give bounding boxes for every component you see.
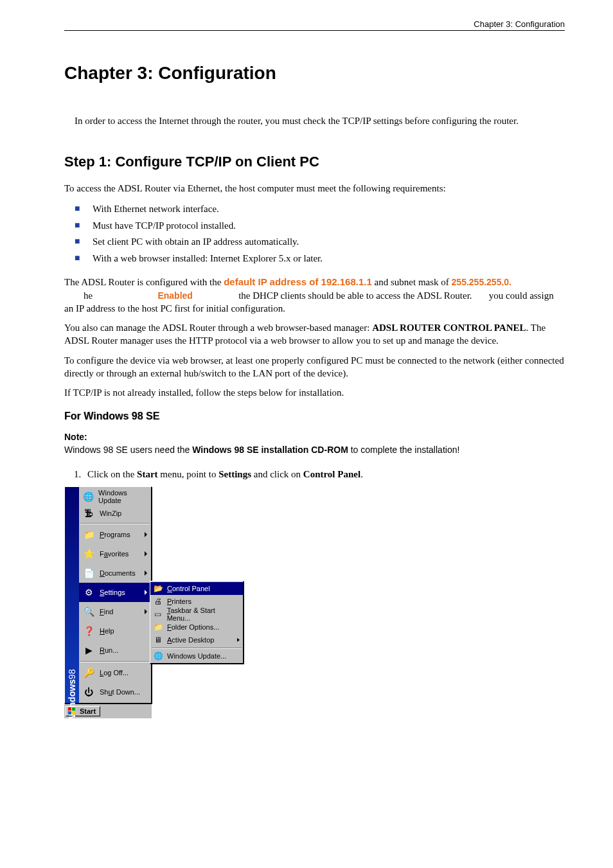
subnet-mask-text: 255.255.255.0.: [452, 277, 511, 287]
menu-item-windows-update[interactable]: 🌐 Windows Update: [79, 488, 151, 505]
step1-heading: Step 1: Configure TCP/IP on Client PC: [64, 154, 565, 170]
globe-icon: 🌐: [82, 490, 94, 503]
menu-item-winzip[interactable]: 🗜 WinZip: [79, 505, 151, 522]
start-menu-sidebar: Windows98: [65, 487, 79, 703]
taskbar-icon: ▭: [153, 610, 163, 619]
separator: [80, 661, 150, 662]
intro-paragraph: In order to access the Internet through …: [75, 116, 565, 127]
menu-item-programs[interactable]: 📁 Programs: [79, 525, 151, 544]
taskbar: Start: [64, 704, 152, 718]
chapter-title: Chapter 3: Configuration: [64, 63, 565, 84]
submenu-item-windows-update[interactable]: 🌐 Windows Update...: [150, 650, 243, 662]
gear-icon: ⚙: [82, 586, 96, 599]
menu-item-settings[interactable]: ⚙ Settings: [79, 583, 151, 602]
requirements-list: With Ethernet network interface. Must ha…: [64, 201, 565, 267]
manage-paragraph: You also can manage the ADSL Router thro…: [64, 321, 565, 348]
menu-label: Shut Down...: [100, 688, 140, 696]
menu-label: Run...: [100, 646, 118, 654]
settings-text: Settings: [218, 469, 251, 479]
submenu-item-folder-options[interactable]: 📁 Folder Options...: [150, 621, 243, 633]
menu-label: Active Desktop: [167, 636, 214, 644]
list-item: With Ethernet network interface.: [64, 201, 565, 218]
submenu-item-active-desktop[interactable]: 🖥 Active Desktop: [150, 633, 243, 646]
menu-item-shutdown[interactable]: ⏻ Shut Down...: [79, 682, 151, 702]
menu-item-documents[interactable]: 📄 Documents: [79, 563, 151, 583]
submenu-item-taskbar[interactable]: ▭ Taskbar & Start Menu...: [150, 608, 243, 621]
menu-item-help[interactable]: ❓ Help: [79, 621, 151, 641]
note-block: Note: Windows 98 SE users need the Windo…: [64, 431, 565, 456]
programs-icon: 📁: [82, 528, 96, 541]
menu-label: Favorites: [100, 550, 129, 558]
chevron-right-icon: [145, 532, 147, 537]
globe-icon: 🌐: [153, 651, 163, 660]
start-menu-column: 🌐 Windows Update 🗜 WinZip 📁 Programs ⭐ F…: [79, 487, 151, 703]
menu-label: Taskbar & Start Menu...: [167, 607, 239, 622]
note-label: Note:: [64, 431, 565, 444]
instruction-list: Click on the Start menu, point to Settin…: [64, 469, 565, 480]
start-button[interactable]: Start: [66, 706, 100, 716]
menu-item-run[interactable]: ▶ Run...: [79, 641, 151, 660]
requirements-intro: To access the ADSL Router via Ethernet, …: [64, 182, 565, 195]
chevron-right-icon: [145, 590, 147, 595]
menu-label: WinZip: [100, 509, 121, 517]
start-text: Start: [137, 469, 158, 479]
chevron-right-icon: [145, 609, 147, 614]
document-icon: 📄: [82, 567, 96, 580]
text: he: [64, 290, 157, 301]
settings-submenu: 📂 Control Panel 🖨 Printers ▭ Taskbar & S…: [150, 581, 244, 664]
menu-label: Windows Update: [98, 489, 147, 504]
tcpip-paragraph: If TCP/IP is not already installed, foll…: [64, 386, 565, 399]
windows98-heading: For Windows 98 SE: [64, 411, 565, 422]
menu-label: Programs: [100, 531, 130, 538]
configure-paragraph: To configure the device via web browser,…: [64, 354, 565, 380]
submenu-item-control-panel[interactable]: 📂 Control Panel: [150, 582, 243, 595]
text: menu, point to: [158, 469, 219, 479]
separator: [152, 648, 242, 648]
text: Windows 98 SE users need the: [64, 445, 192, 455]
text: You also can manage the ADSL Router thro…: [64, 323, 372, 333]
default-ip-paragraph: The ADSL Router is configured with the d…: [64, 276, 565, 315]
archive-icon: 🗜: [82, 507, 96, 520]
cdrom-name: Windows 98 SE installation CD-ROM: [192, 445, 348, 455]
menu-item-logoff[interactable]: 🔑 Log Off...: [79, 663, 151, 682]
search-icon: 🔍: [82, 605, 96, 618]
list-item: Must have TCP/IP protocol installed.: [64, 218, 565, 235]
start-button-label: Start: [80, 707, 96, 715]
enabled-text: Enabled: [157, 290, 192, 301]
chevron-right-icon: [145, 571, 147, 576]
windows-flag-icon: [68, 707, 77, 715]
folder-options-icon: 📁: [153, 623, 163, 632]
star-icon: ⭐: [82, 547, 96, 560]
menu-item-find[interactable]: 🔍 Find: [79, 602, 151, 621]
menu-label: Control Panel: [167, 585, 210, 592]
control-panel-text: Control Panel: [303, 469, 360, 479]
menu-label: Find: [100, 608, 113, 616]
key-icon: 🔑: [82, 666, 96, 679]
submenu-item-printers[interactable]: 🖨 Printers: [150, 595, 243, 608]
run-icon: ▶: [82, 644, 96, 657]
power-icon: ⏻: [82, 686, 96, 698]
printer-icon: 🖨: [153, 597, 163, 606]
text: and click on: [251, 469, 303, 479]
menu-label: Settings: [100, 589, 125, 596]
menu-label: Folder Options...: [167, 623, 219, 631]
text: to complete the installation!: [348, 445, 460, 455]
menu-item-favorites[interactable]: ⭐ Favorites: [79, 544, 151, 563]
menu-label: Printers: [167, 598, 191, 605]
menu-label: Log Off...: [100, 669, 129, 677]
chevron-right-icon: [145, 551, 147, 556]
separator: [80, 523, 150, 524]
control-panel-name: ADSL ROUTER CONTROL PANEL: [372, 323, 526, 333]
running-header: Chapter 3: Configuration: [64, 19, 565, 31]
start-menu-screenshot: Windows98 🌐 Windows Update 🗜 WinZip 📁 Pr…: [64, 486, 152, 718]
menu-label: Documents: [100, 569, 136, 577]
default-ip-text: default IP address of 192.168.1.1: [224, 276, 372, 287]
folder-icon: 📂: [153, 584, 163, 593]
list-item: Set client PC with obtain an IP address …: [64, 234, 565, 251]
text: The ADSL Router is configured with the: [64, 277, 224, 287]
list-item: With a web browser installed: Internet E…: [64, 251, 565, 267]
desktop-icon: 🖥: [153, 635, 163, 644]
text: .: [360, 469, 363, 479]
text: 98: [67, 669, 77, 680]
menu-label: Help: [100, 627, 114, 635]
